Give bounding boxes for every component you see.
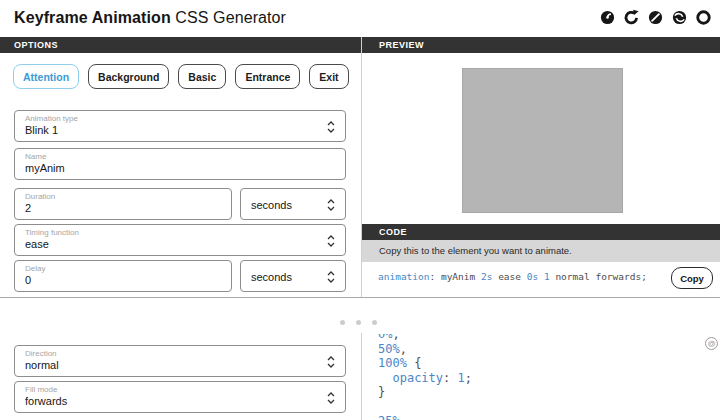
drag-dot: [356, 320, 361, 325]
chevron-updown-icon: [326, 269, 336, 289]
options-panel-header: OPTIONS: [0, 37, 361, 53]
chevron-updown-icon: [326, 233, 336, 253]
timing-function-label: Timing function: [25, 228, 335, 238]
splitter-drag-handle[interactable]: [340, 320, 377, 325]
slash-circle-icon[interactable]: [647, 9, 664, 26]
delay-value: 0: [25, 274, 221, 287]
timing-function-value: ease: [25, 238, 335, 251]
delay-input[interactable]: Delay 0: [14, 260, 232, 292]
delay-unit-value: seconds: [251, 271, 335, 284]
duration-unit-select[interactable]: seconds: [240, 188, 346, 220]
delay-unit-select[interactable]: seconds: [240, 260, 346, 292]
name-input[interactable]: Name myAnim: [14, 148, 346, 180]
fill-mode-select[interactable]: Fill mode forwards: [14, 381, 346, 413]
code-hint-text: Copy this to the element you want to ani…: [362, 240, 720, 262]
horizontal-splitter: [0, 297, 720, 298]
direction-select[interactable]: Direction normal: [14, 345, 346, 377]
header-icon-row: [599, 9, 712, 26]
preview-animated-box: [462, 68, 623, 213]
animation-type-value: Blink 1: [25, 124, 335, 137]
code-panel-header: CODE: [362, 224, 720, 240]
drag-dot: [340, 320, 345, 325]
copy-button[interactable]: Copy: [671, 267, 713, 289]
animation-type-label: Animation type: [25, 114, 335, 124]
animation-type-select[interactable]: Animation type Blink 1: [14, 110, 346, 142]
name-value: myAnim: [25, 162, 335, 175]
chevron-updown-icon: [326, 354, 336, 374]
animation-code-line: animation: myAnim 2s ease 0s 1 normal fo…: [378, 271, 647, 282]
page-title-regular: CSS Generator: [171, 9, 286, 26]
at-circle-icon[interactable]: @: [705, 337, 718, 350]
name-label: Name: [25, 152, 335, 162]
chevron-updown-icon: [326, 119, 336, 139]
keyframes-code-text: 0%,50%,100% { opacity: 1;} 25%,: [378, 334, 688, 420]
fill-mode-label: Fill mode: [25, 385, 335, 395]
chevron-updown-icon: [326, 197, 336, 217]
column-divider-bottom: [361, 333, 362, 420]
preview-panel-header: PREVIEW: [362, 37, 720, 53]
app-root: Keyframe Animation CSS Generator OPTIONS…: [0, 0, 720, 420]
ring-spinner-icon[interactable]: [695, 9, 712, 26]
timing-function-select[interactable]: Timing function ease: [14, 224, 346, 256]
swirl-spinner-icon[interactable]: [671, 9, 688, 26]
drag-dot: [372, 320, 377, 325]
page-title-bold: Keyframe Animation: [14, 9, 171, 26]
spiral-spinner-icon[interactable]: [599, 9, 616, 26]
tab-entrance[interactable]: Entrance: [235, 64, 300, 89]
category-tabs: Attention Background Basic Entrance Exit: [13, 64, 349, 89]
page-title: Keyframe Animation CSS Generator: [14, 9, 286, 27]
tab-attention[interactable]: Attention: [13, 64, 79, 89]
app-header: Keyframe Animation CSS Generator: [0, 0, 720, 37]
chevron-updown-icon: [326, 390, 336, 410]
duration-label: Duration: [25, 192, 221, 202]
delay-label: Delay: [25, 264, 221, 274]
rotate-arrow-icon[interactable]: [623, 9, 640, 26]
direction-value: normal: [25, 359, 335, 372]
tab-background[interactable]: Background: [88, 64, 169, 89]
direction-label: Direction: [25, 349, 335, 359]
duration-input[interactable]: Duration 2: [14, 188, 232, 220]
tab-basic[interactable]: Basic: [178, 64, 226, 89]
fill-mode-value: forwards: [25, 395, 335, 408]
duration-unit-value: seconds: [251, 199, 335, 212]
keyframes-code-block[interactable]: 0%,50%,100% { opacity: 1;} 25%,: [378, 334, 688, 420]
duration-value: 2: [25, 202, 221, 215]
tab-exit[interactable]: Exit: [309, 64, 348, 89]
